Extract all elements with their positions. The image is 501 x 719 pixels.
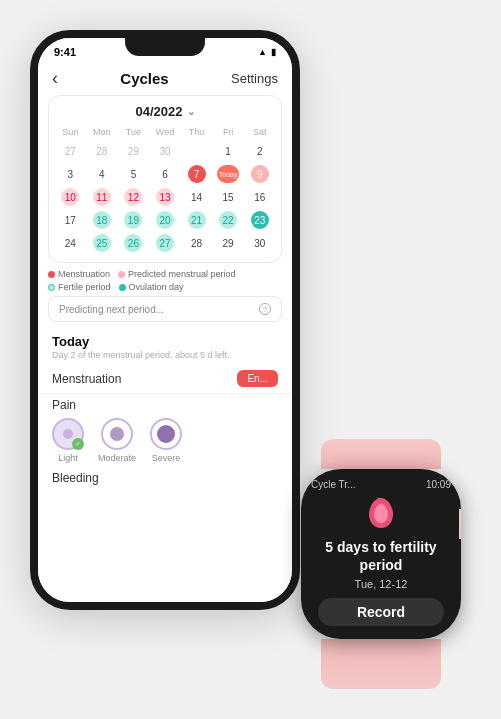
cal-day-today[interactable]: Today [213,163,244,185]
cal-day[interactable] [181,140,212,162]
legend-fertile: Fertile period [48,282,111,292]
phone-screen: 9:41 ▲ ▮ ‹ Cycles Settings 04/2022 ⌄ Sun… [38,38,292,602]
calendar-grid: Sun Mon Tue Wed Thu Fri Sat 27 28 29 30 … [55,125,275,254]
watch-band-bottom [321,639,441,689]
day-header-thu: Thu [181,125,212,139]
watch-band-top [321,439,441,469]
dot-icon [119,284,126,291]
menstruation-label: Menstruation [52,372,121,386]
enter-button[interactable]: En... [237,370,278,387]
phone-notch [125,38,205,56]
pain-option-label-moderate: Moderate [98,453,136,463]
cal-day[interactable]: 13 [150,186,181,208]
today-section: Today Day 2 of the menstrual period, abo… [38,326,292,364]
cal-day[interactable]: 26 [118,232,149,254]
cal-day[interactable]: 30 [150,140,181,162]
calendar: 04/2022 ⌄ Sun Mon Tue Wed Thu Fri Sat 27… [48,95,282,263]
watch-main-text: 5 days to fertility period [311,538,451,574]
day-header-tue: Tue [118,125,149,139]
today-sub: Day 2 of the menstrual period, about 5 d… [52,350,278,360]
watch-body: Cycle Tr... 10:09 5 days to fertility pe… [301,469,461,639]
cal-day[interactable]: 10 [55,186,86,208]
pain-option-label-severe: Severe [152,453,181,463]
watch: Cycle Tr... 10:09 5 days to fertility pe… [281,439,481,679]
bleeding-label: Bleeding [38,467,292,487]
pain-option-light[interactable]: ✓ Light [52,418,84,463]
pain-option-severe[interactable]: Severe [150,418,182,463]
day-header-sat: Sat [244,125,275,139]
cal-day[interactable]: 21 [181,209,212,231]
cal-day[interactable]: 16 [244,186,275,208]
page-title: Cycles [120,70,168,87]
status-time: 9:41 [54,46,76,58]
legend-label: Menstruation [58,269,110,279]
cal-day[interactable]: 19 [118,209,149,231]
chevron-down-icon: ⌄ [187,106,195,117]
dot-icon [48,284,55,291]
legend-menstruation: Menstruation [48,269,110,279]
cal-day[interactable]: 28 [87,140,118,162]
dot-icon [118,271,125,278]
cal-day[interactable]: 27 [150,232,181,254]
watch-screen: Cycle Tr... 10:09 5 days to fertility pe… [301,469,461,639]
pain-label: Pain [52,398,278,412]
predict-bar: Predicting next period... ? [48,296,282,322]
cal-day[interactable]: 29 [118,140,149,162]
cal-day-23[interactable]: 23 [244,209,275,231]
day-header-fri: Fri [213,125,244,139]
watch-date: Tue, 12-12 [355,578,408,590]
status-icons: ▲ ▮ [258,47,276,57]
cal-day[interactable]: 27 [55,140,86,162]
day-header-mon: Mon [87,125,118,139]
check-icon: ✓ [72,438,84,450]
cal-day[interactable]: 15 [213,186,244,208]
legend-predicted: Predicted menstrual period [118,269,236,279]
cal-day[interactable]: 1 [213,140,244,162]
settings-button[interactable]: Settings [231,71,278,86]
cal-day[interactable]: 20 [150,209,181,231]
day-header-sun: Sun [55,125,86,139]
pain-section: Pain ✓ Light Moderate [38,394,292,467]
cal-day[interactable]: 12 [118,186,149,208]
legend: Menstruation Predicted menstrual period … [48,269,282,292]
cal-day[interactable]: 5 [118,163,149,185]
cal-day[interactable]: 11 [87,186,118,208]
cal-day-9[interactable]: 9 [244,163,275,185]
predict-text: Predicting next period... [59,304,164,315]
top-nav: ‹ Cycles Settings [38,66,292,95]
calendar-header[interactable]: 04/2022 ⌄ [55,104,275,119]
legend-ovulation: Ovulation day [119,282,184,292]
pain-circle-severe[interactable] [150,418,182,450]
cal-day-7[interactable]: 7 [181,163,212,185]
cal-day[interactable]: 17 [55,209,86,231]
cal-day[interactable]: 28 [181,232,212,254]
cal-day[interactable]: 22 [213,209,244,231]
cal-day[interactable]: 24 [55,232,86,254]
cal-day[interactable]: 14 [181,186,212,208]
record-button[interactable]: Record [318,598,444,626]
legend-label: Ovulation day [129,282,184,292]
today-label: Today [52,334,278,349]
day-header-wed: Wed [150,125,181,139]
cal-day[interactable]: 2 [244,140,275,162]
cal-day[interactable]: 25 [87,232,118,254]
watch-app-name: Cycle Tr... [311,479,355,490]
cal-day[interactable]: 6 [150,163,181,185]
pain-circle-moderate[interactable] [101,418,133,450]
cal-day[interactable]: 3 [55,163,86,185]
menstruation-row: Menstruation En... [38,364,292,394]
pain-option-label-light: Light [58,453,78,463]
help-icon[interactable]: ? [259,303,271,315]
cal-day[interactable]: 29 [213,232,244,254]
watch-time: 10:09 [426,479,451,490]
legend-label: Predicted menstrual period [128,269,236,279]
phone: 9:41 ▲ ▮ ‹ Cycles Settings 04/2022 ⌄ Sun… [30,30,300,610]
cal-day[interactable]: 30 [244,232,275,254]
cal-day[interactable]: 18 [87,209,118,231]
cal-day[interactable]: 4 [87,163,118,185]
pain-circle-light[interactable]: ✓ [52,418,84,450]
back-button[interactable]: ‹ [52,68,58,89]
watch-icon [367,496,395,534]
pain-option-moderate[interactable]: Moderate [98,418,136,463]
dot-icon [48,271,55,278]
